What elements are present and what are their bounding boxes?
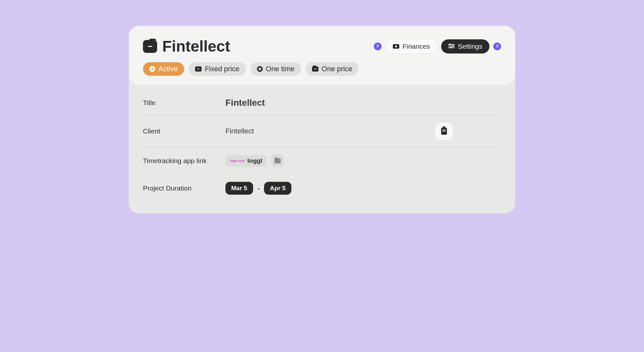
field-label: Client — [143, 127, 225, 135]
tag-label: One price — [322, 65, 352, 73]
wallet-icon — [312, 66, 318, 72]
field-duration: Project Duration Mar 5 - Apr 5 — [143, 175, 501, 202]
field-timetracking: Timetracking app link toggl track toggl — [143, 147, 501, 175]
finances-button[interactable]: Finances — [385, 39, 437, 54]
dot-icon — [149, 66, 155, 72]
tag-one-price[interactable]: One price — [306, 62, 359, 76]
tags-row: Active Fixed price One time One price — [143, 62, 501, 76]
tag-active[interactable]: Active — [143, 62, 184, 76]
field-label: Project Duration — [143, 184, 225, 192]
folder-icon — [274, 158, 281, 163]
duration-separator: - — [258, 185, 260, 192]
title-value: Fintellect — [225, 98, 265, 108]
timetracking-chip[interactable]: toggl track toggl — [225, 155, 267, 167]
field-title: Title Fintellect — [143, 91, 501, 115]
body-section: Title Fintellect Client Fintellect Timet… — [129, 85, 515, 213]
field-label: Title — [143, 99, 225, 107]
help-icon[interactable]: ? — [374, 43, 382, 50]
field-label: Timetracking app link — [143, 157, 225, 165]
folder-icon — [143, 40, 157, 53]
field-value: Fintellect — [225, 122, 501, 140]
title-area: Fintellect — [143, 37, 230, 55]
client-value: Fintellect — [225, 127, 254, 135]
tag-one-time[interactable]: One time — [251, 62, 301, 76]
field-value: toggl track toggl — [225, 154, 501, 167]
field-client: Client Fintellect — [143, 115, 501, 147]
finances-label: Finances — [402, 43, 430, 50]
duration-start[interactable]: Mar 5 — [225, 182, 253, 195]
project-card: Fintellect ? Finances Settings ? Active — [129, 26, 515, 213]
money-icon — [393, 44, 399, 49]
field-value: Fintellect — [225, 98, 501, 108]
settings-label: Settings — [458, 43, 482, 50]
tag-label: One time — [266, 65, 295, 73]
folder-icon — [195, 66, 202, 72]
tag-fixed-price[interactable]: Fixed price — [189, 62, 246, 76]
field-value: Mar 5 - Apr 5 — [225, 182, 501, 195]
client-details-button[interactable] — [435, 122, 453, 140]
clipboard-icon — [441, 128, 447, 135]
header-actions: ? Finances Settings ? — [374, 39, 501, 54]
tag-label: Active — [158, 65, 178, 73]
header-section: Fintellect ? Finances Settings ? Active — [129, 26, 515, 85]
help-icon[interactable]: ? — [493, 43, 501, 50]
duration-end[interactable]: Apr 5 — [264, 182, 291, 195]
toggl-badge-icon: toggl track — [230, 160, 245, 162]
timetracking-app-name: toggl — [247, 157, 262, 164]
header-top-row: Fintellect ? Finances Settings ? — [143, 37, 501, 55]
circle-icon — [257, 66, 263, 72]
tag-label: Fixed price — [205, 65, 240, 73]
page-title: Fintellect — [162, 37, 230, 55]
timetracking-folder-button[interactable] — [271, 154, 284, 167]
settings-icon — [448, 44, 455, 49]
settings-button[interactable]: Settings — [441, 39, 489, 54]
